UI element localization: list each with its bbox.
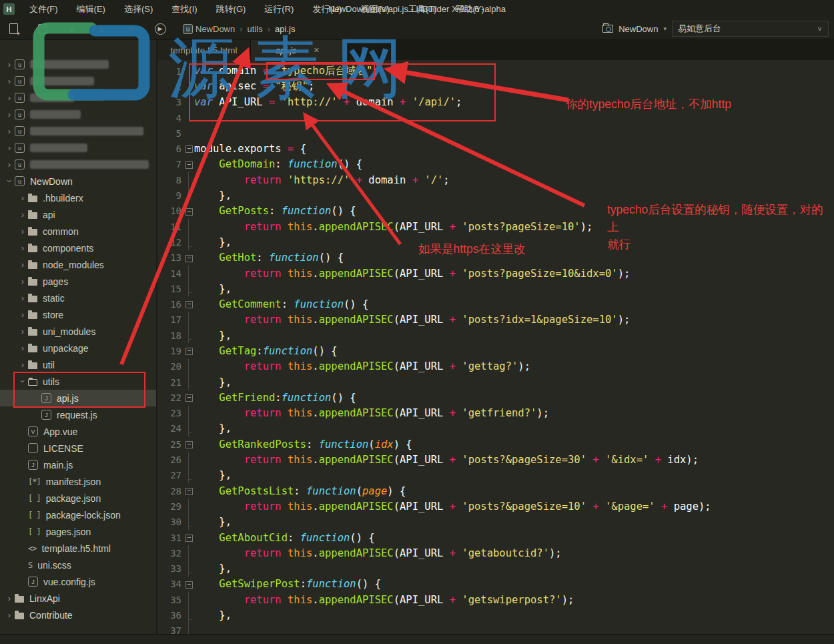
tree-item-redacted-project[interactable]: ›u — [0, 73, 156, 89]
tree-item-pages[interactable]: ›pages — [0, 273, 156, 290]
code-line-33[interactable]: 33 }, — [157, 561, 834, 577]
code-line-11[interactable]: 11 return this.appendAPISEC(API_URL + 'p… — [157, 219, 834, 234]
code-line-4[interactable]: 4 — [157, 110, 834, 125]
fold-toggle-icon[interactable] — [184, 483, 194, 499]
tree-item-package-lock.json[interactable]: [ ]package-lock.json — [0, 507, 156, 523]
fold-toggle-icon[interactable] — [184, 204, 194, 219]
tree-item-utils[interactable]: ›utils — [0, 373, 156, 390]
code-line-19[interactable]: 19 GetTag:function() { — [157, 343, 834, 358]
chevron-collapsed-icon[interactable]: › — [4, 593, 15, 603]
menu-item-跳转[interactable]: 跳转(G) — [207, 0, 256, 18]
chevron-collapsed-icon[interactable]: › — [4, 109, 15, 119]
tree-item-common[interactable]: ›common — [0, 223, 156, 240]
code-line-32[interactable]: 32 return this.appendAPISEC(API_URL + 'g… — [157, 545, 834, 561]
code-line-17[interactable]: 17 return this.appendAPISEC(API_URL + 'p… — [157, 312, 834, 328]
code-line-34[interactable]: 34 GetSwiperPost:function() { — [157, 577, 834, 592]
chevron-collapsed-icon[interactable]: › — [17, 276, 28, 286]
code-line-30[interactable]: 30 }, — [157, 515, 834, 530]
favorites-button[interactable]: ☆ — [124, 22, 137, 35]
code-line-25[interactable]: 25 GetRankedPosts: function(idx) { — [157, 436, 834, 452]
code-line-12[interactable]: 12 }, — [157, 234, 834, 250]
code-line-10[interactable]: 10 GetPosts: function() { — [157, 204, 834, 219]
breadcrumb-item-NewDown[interactable]: NewDown — [195, 24, 235, 34]
tree-item-uni_modules[interactable]: ›uni_modules — [0, 323, 156, 340]
tree-item-Contribute[interactable]: ›Contribute — [0, 607, 156, 623]
chevron-expanded-icon[interactable]: › — [5, 176, 15, 187]
chevron-collapsed-icon[interactable]: › — [17, 226, 28, 236]
code-line-21[interactable]: 21 }, — [157, 374, 834, 390]
tree-item-unpackage[interactable]: ›unpackage — [0, 340, 156, 356]
fold-toggle-icon[interactable] — [184, 343, 194, 358]
back-button[interactable]: ‹ — [65, 22, 79, 35]
fold-toggle-icon[interactable] — [184, 296, 194, 312]
tree-item-NewDown[interactable]: ›uNewDown — [0, 173, 156, 190]
tab-api-js[interactable]: api.js × — [251, 40, 344, 60]
chevron-collapsed-icon[interactable]: › — [17, 310, 28, 320]
code-line-23[interactable]: 23 return this.appendAPISEC(API_URL + 'g… — [157, 406, 834, 421]
code-line-8[interactable]: 8 return 'https://' + domain + '/'; — [157, 172, 834, 188]
code-line-22[interactable]: 22 GetFriend:function() { — [157, 390, 834, 405]
chevron-collapsed-icon[interactable]: › — [17, 193, 28, 203]
chevron-collapsed-icon[interactable]: › — [17, 360, 28, 370]
fold-toggle-icon[interactable] — [184, 390, 194, 405]
tree-item-vue.config.js[interactable]: Jvue.config.js — [0, 573, 156, 590]
tree-item-redacted-project[interactable]: ›u — [0, 89, 156, 106]
fold-toggle-icon[interactable] — [184, 250, 194, 266]
tree-item-LICENSE[interactable]: LICENSE — [0, 440, 156, 456]
tree-item-template.h5.html[interactable]: <>template.h5.html — [0, 540, 156, 557]
code-line-6[interactable]: 6module.exports = { — [157, 141, 834, 156]
tree-item-.hbuilderx[interactable]: ›.hbuilderx — [0, 190, 156, 206]
project-search-icon[interactable] — [602, 25, 613, 33]
code-line-5[interactable]: 5 — [157, 125, 834, 141]
chevron-collapsed-icon[interactable]: › — [17, 293, 28, 303]
tree-item-static[interactable]: ›static — [0, 290, 156, 306]
tree-item-main.js[interactable]: Jmain.js — [0, 456, 156, 473]
menu-item-发行[interactable]: 发行(U) — [303, 0, 351, 18]
chevron-collapsed-icon[interactable]: › — [4, 126, 15, 136]
code-line-18[interactable]: 18 }, — [157, 328, 834, 343]
fold-toggle-icon[interactable] — [184, 530, 194, 545]
tree-item-App.vue[interactable]: VApp.vue — [0, 423, 156, 440]
code-line-7[interactable]: 7 GetDomain: function() { — [157, 157, 834, 172]
new-file-button[interactable] — [7, 22, 20, 35]
chevron-collapsed-icon[interactable]: › — [17, 326, 28, 336]
chevron-collapsed-icon[interactable]: › — [17, 243, 28, 253]
tree-item-request.js[interactable]: Jrequest.js — [0, 406, 156, 423]
code-line-13[interactable]: 13 GetHot: function() { — [157, 250, 834, 266]
chevron-expanded-icon[interactable]: › — [18, 376, 28, 387]
chevron-collapsed-icon[interactable]: › — [17, 343, 28, 353]
code-editor[interactable]: 1var domain = "typecho后台域名";2var apisec … — [157, 60, 834, 634]
code-line-35[interactable]: 35 return this.appendAPISEC(API_URL + 'g… — [157, 592, 834, 607]
tree-item-node_modules[interactable]: ›node_modules — [0, 256, 156, 273]
forward-button[interactable]: › — [95, 22, 108, 35]
tree-item-redacted-project[interactable]: ›u — [0, 106, 156, 123]
tree-item-package.json[interactable]: [ ]package.json — [0, 490, 156, 507]
tree-item-util[interactable]: ›util — [0, 356, 156, 373]
tree-item-store[interactable]: ›store — [0, 306, 156, 323]
fold-toggle-icon[interactable] — [184, 141, 194, 156]
fold-toggle-icon[interactable] — [184, 157, 194, 172]
tree-item-api.js[interactable]: Japi.js — [0, 390, 156, 406]
menu-item-运行[interactable]: 运行(R) — [255, 0, 303, 18]
chevron-collapsed-icon[interactable]: › — [17, 210, 28, 220]
chevron-collapsed-icon[interactable]: › — [17, 260, 28, 270]
fold-toggle-icon[interactable] — [184, 577, 194, 592]
tree-item-pages.json[interactable]: [ ]pages.json — [0, 523, 156, 540]
code-line-20[interactable]: 20 return this.appendAPISEC(API_URL + 'g… — [157, 359, 834, 374]
chevron-collapsed-icon[interactable]: › — [4, 76, 15, 86]
save-button[interactable] — [36, 22, 49, 35]
tree-item-redacted-project[interactable]: ›u — [0, 123, 156, 139]
fold-toggle-icon[interactable] — [184, 436, 194, 452]
tree-item-api[interactable]: ›api — [0, 206, 156, 223]
code-line-29[interactable]: 29 return this.appendAPISEC(API_URL + 'p… — [157, 499, 834, 514]
tree-item-uni.scss[interactable]: Suni.scss — [0, 557, 156, 573]
code-line-27[interactable]: 27 }, — [157, 468, 834, 483]
run-target-select[interactable]: 易如意后台 ∨ — [672, 21, 829, 37]
chevron-collapsed-icon[interactable]: › — [4, 610, 15, 620]
menu-item-查找[interactable]: 查找(I) — [162, 0, 206, 18]
breadcrumb-item-utils[interactable]: utils — [248, 24, 263, 34]
code-line-2[interactable]: 2var apisec = "秘钥"; — [157, 79, 834, 94]
code-line-15[interactable]: 15 }, — [157, 281, 834, 296]
code-line-31[interactable]: 31 GetAboutCid: function() { — [157, 530, 834, 545]
chevron-collapsed-icon[interactable]: › — [4, 159, 15, 170]
